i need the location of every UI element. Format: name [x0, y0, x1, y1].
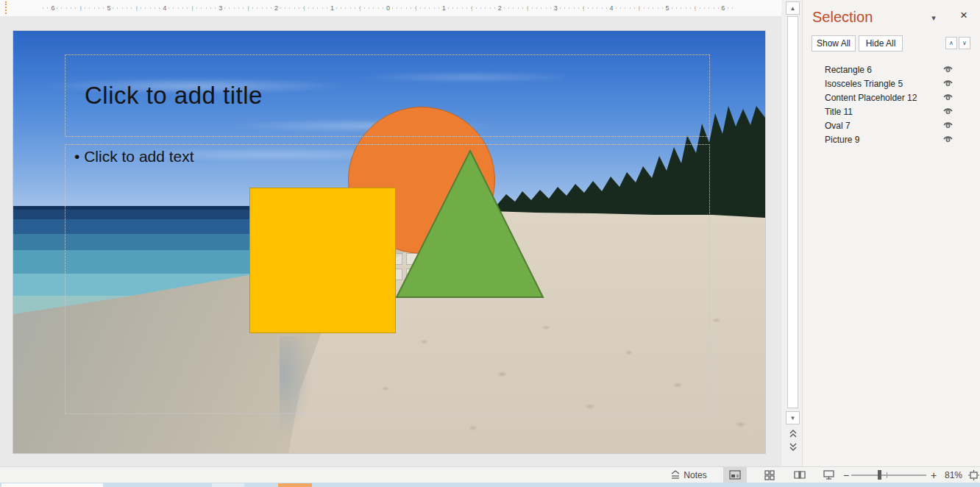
- selection-pane-title: Selection: [812, 9, 873, 26]
- visibility-eye-toggle[interactable]: [942, 135, 954, 143]
- zoom-in-button[interactable]: +: [928, 467, 940, 483]
- fit-to-window-icon: [968, 470, 979, 480]
- vertical-scrollbar[interactable]: ▲ ▼: [781, 0, 802, 466]
- ruler-mark: 4: [161, 0, 168, 16]
- background-window-segment: [212, 483, 244, 487]
- selection-list-item[interactable]: Isosceles Triangle 5: [803, 77, 980, 91]
- object-name-label[interactable]: Picture 9: [825, 135, 859, 145]
- ruler-mark: 6: [720, 0, 727, 16]
- rectangle-6-shape[interactable]: [249, 188, 396, 333]
- notes-label: Notes: [683, 470, 706, 480]
- ruler-mark: |: [245, 0, 252, 16]
- object-name-label[interactable]: Rectangle 6: [825, 65, 872, 75]
- previous-slide-button[interactable]: [787, 429, 799, 438]
- scroll-up-icon: ▲: [790, 5, 796, 12]
- send-backward-button[interactable]: ∨: [959, 37, 970, 49]
- ruler-cursor-indicator: [5, 1, 7, 14]
- normal-view-icon: [729, 470, 741, 480]
- ruler-mark: 2: [496, 0, 503, 16]
- ruler-mark: |: [77, 0, 85, 16]
- ruler-mark: 0: [384, 0, 391, 16]
- ruler-mark: 5: [664, 0, 671, 16]
- object-name-label[interactable]: Oval 7: [825, 121, 851, 131]
- slide-editing-area: Click to add title • Click to add text: [0, 16, 781, 466]
- ruler-mark: |: [412, 0, 419, 16]
- pane-close-button[interactable]: ×: [956, 7, 972, 24]
- ruler-mark: |: [189, 0, 196, 16]
- next-slide-button[interactable]: [787, 441, 799, 451]
- bullet-glyph: •: [74, 148, 79, 165]
- object-name-label[interactable]: Content Placeholder 12: [825, 93, 917, 103]
- scrollbar-thumb[interactable]: [787, 16, 798, 408]
- background-window-segment: [278, 483, 312, 487]
- ruler-mark: 3: [552, 0, 559, 16]
- visibility-eye-toggle[interactable]: [942, 121, 954, 129]
- visibility-eye-toggle[interactable]: [942, 65, 954, 74]
- isosceles-triangle-5-shape[interactable]: [395, 149, 544, 299]
- content-placeholder-text: Click to add text: [84, 148, 193, 165]
- object-name-label[interactable]: Isosceles Triangle 5: [825, 79, 903, 89]
- ruler-mark: 3: [217, 0, 224, 16]
- selection-list-item[interactable]: Title 11: [803, 105, 980, 119]
- pane-options-dropdown[interactable]: ▾: [926, 10, 941, 25]
- background-window-segment: [1, 483, 103, 487]
- slide-show-icon: [823, 470, 834, 480]
- zoom-slider-handle[interactable]: [878, 470, 881, 480]
- ruler-marks: 6|5|4|3|2|1|0|1|2|3|4|5|6: [49, 0, 727, 16]
- ruler-mark: |: [580, 0, 587, 16]
- object-name-label[interactable]: Title 11: [825, 107, 853, 117]
- zoom-slider-notch: [887, 472, 887, 478]
- ruler-mark: |: [524, 0, 531, 16]
- scroll-up-button[interactable]: ▲: [786, 1, 800, 15]
- ruler-mark: 1: [440, 0, 447, 16]
- normal-view-button[interactable]: [723, 467, 747, 483]
- horizontal-ruler[interactable]: 6|5|4|3|2|1|0|1|2|3|4|5|6: [0, 0, 781, 16]
- ruler-mark: |: [356, 0, 363, 16]
- scroll-down-button[interactable]: ▼: [786, 411, 800, 424]
- content-placeholder-prompt: • Click to add text: [65, 145, 709, 166]
- background-window-strip: [0, 483, 980, 487]
- selection-list-item[interactable]: Oval 7: [803, 119, 980, 133]
- reading-view-button[interactable]: [789, 467, 811, 483]
- slide-sorter-icon: [764, 470, 775, 480]
- selection-pane: Selection ▾ × Show All Hide All ∧ ∨ Rect…: [802, 0, 980, 466]
- slide-show-button[interactable]: [817, 467, 839, 483]
- selection-object-list: Rectangle 6 Isosceles Triangle 5 Content…: [803, 63, 980, 147]
- ruler-mark: |: [468, 0, 475, 16]
- scroll-down-icon: ▼: [790, 415, 796, 422]
- notes-toggle-button[interactable]: Notes: [668, 467, 709, 483]
- visibility-eye-toggle[interactable]: [942, 93, 954, 102]
- ruler-mark: |: [692, 0, 699, 16]
- visibility-eye-toggle[interactable]: [942, 79, 954, 88]
- bring-forward-button[interactable]: ∧: [945, 37, 957, 49]
- reading-view-icon: [794, 470, 806, 480]
- ruler-mark: |: [301, 0, 308, 16]
- zoom-slider-track[interactable]: [851, 474, 926, 476]
- ruler-mark: |: [636, 0, 643, 16]
- show-all-button[interactable]: Show All: [812, 35, 856, 51]
- slide-canvas[interactable]: Click to add title • Click to add text: [13, 31, 765, 453]
- hide-all-button[interactable]: Hide All: [859, 35, 903, 51]
- powerpoint-window: 6|5|4|3|2|1|0|1|2|3|4|5|6 Click t: [0, 0, 980, 487]
- double-chevron-up-icon: [789, 430, 798, 438]
- ruler-mark: |: [133, 0, 141, 16]
- ruler-mark: 5: [105, 0, 113, 16]
- zoom-level-label[interactable]: 81%: [940, 467, 967, 483]
- selection-list-item[interactable]: Content Placeholder 12: [803, 91, 980, 105]
- notes-icon: [670, 470, 681, 480]
- ruler-mark: 2: [273, 0, 280, 16]
- selection-list-item[interactable]: Rectangle 6: [803, 63, 980, 77]
- ruler-mark: 6: [49, 0, 57, 16]
- visibility-eye-toggle[interactable]: [942, 107, 954, 115]
- selection-list-item[interactable]: Picture 9: [803, 133, 980, 147]
- ruler-mark: 4: [608, 0, 615, 16]
- ruler-mark: 1: [329, 0, 336, 16]
- slide-sorter-view-button[interactable]: [759, 467, 781, 483]
- zoom-out-button[interactable]: −: [840, 467, 852, 483]
- title-placeholder[interactable]: Click to add title: [65, 54, 710, 137]
- double-chevron-down-icon: [789, 442, 798, 451]
- title-placeholder-prompt: Click to add title: [65, 82, 263, 110]
- fit-slide-to-window-button[interactable]: [967, 467, 979, 483]
- status-bar: Notes − + 81%: [0, 466, 980, 483]
